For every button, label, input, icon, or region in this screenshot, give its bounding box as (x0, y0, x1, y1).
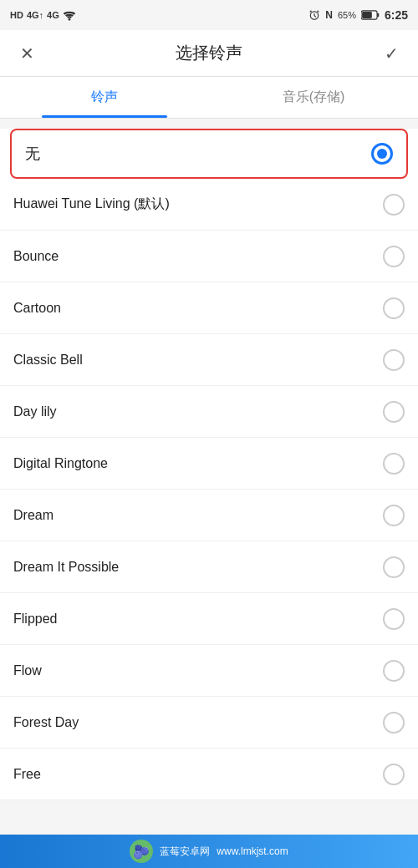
list-item[interactable]: Cartoon (0, 282, 418, 334)
watermark-footer: 🫐 蓝莓安卓网 www.lmkjst.com (0, 835, 418, 868)
selected-item[interactable]: 无 (10, 129, 408, 179)
radio-unselected-icon (383, 660, 405, 682)
ringtone-name: Digital Ringtone (13, 456, 108, 471)
status-4g-2: 4G (47, 10, 59, 20)
time: 6:25 (385, 8, 408, 22)
wifi-icon (63, 9, 76, 21)
radio-unselected-icon (383, 712, 405, 733)
radio-unselected-icon (383, 246, 405, 267)
list-item[interactable]: Huawei Tune Living (默认) (0, 179, 418, 231)
confirm-button[interactable]: ✓ (378, 40, 405, 67)
top-bar: ✕ 选择铃声 ✓ (0, 30, 418, 77)
svg-point-0 (68, 18, 70, 21)
radio-selected-icon (371, 143, 393, 165)
list-item[interactable]: Classic Bell (0, 334, 418, 386)
status-bar-left: HD 4G↑ 4G (10, 9, 76, 21)
svg-rect-4 (362, 12, 372, 18)
status-bar-right: N 65% 6:25 (308, 8, 408, 22)
ringtone-name: Forest Day (13, 715, 79, 730)
ringtone-name: Huawei Tune Living (默认) (13, 195, 170, 213)
radio-unselected-icon (383, 194, 405, 216)
nfc-icon: N (325, 9, 333, 21)
list-item[interactable]: Free (0, 749, 418, 800)
list-item[interactable]: Dream It Possible (0, 541, 418, 593)
radio-unselected-icon (383, 505, 405, 526)
radio-unselected-icon (383, 608, 405, 630)
watermark-text1: 蓝莓安卓网 (160, 845, 210, 859)
list-item[interactable]: Day lily (0, 386, 418, 438)
status-bar: HD 4G↑ 4G N 65% 6:25 (0, 0, 418, 30)
radio-unselected-icon (383, 297, 405, 319)
radio-unselected-icon (383, 453, 405, 475)
list-item[interactable]: Flipped (0, 593, 418, 645)
list-item[interactable]: Forest Day (0, 697, 418, 749)
ringtone-list: 无 Huawei Tune Living (默认) Bounce Cartoon… (0, 129, 418, 800)
tab-ringtone[interactable]: 铃声 (0, 77, 209, 118)
svg-rect-3 (377, 13, 379, 17)
status-4g-1: 4G↑ (27, 10, 43, 20)
battery-icon (361, 10, 380, 20)
ringtone-name: Cartoon (13, 301, 61, 316)
selected-item-label: 无 (25, 144, 40, 164)
list-item[interactable]: Flow (0, 645, 418, 697)
ringtone-name: Classic Bell (13, 353, 83, 368)
ringtone-name: Flow (13, 663, 42, 678)
watermark-emoji: 🫐 (133, 844, 150, 860)
list-item[interactable]: Bounce (0, 231, 418, 282)
list-item[interactable]: Digital Ringtone (0, 438, 418, 490)
battery-percent: 65% (338, 10, 356, 20)
watermark-logo: 🫐 (130, 840, 153, 863)
tabs-container: 铃声 音乐(存储) (0, 77, 418, 119)
radio-unselected-icon (383, 764, 405, 785)
ringtone-name: Day lily (13, 404, 57, 419)
ringtone-name: Free (13, 767, 41, 782)
radio-selected-inner (377, 149, 387, 159)
ringtone-name: Dream It Possible (13, 560, 119, 575)
list-item[interactable]: Dream (0, 490, 418, 541)
radio-unselected-icon (383, 401, 405, 423)
ringtone-name: Flipped (13, 612, 57, 627)
page-title: 选择铃声 (176, 42, 242, 64)
ringtone-name: Bounce (13, 249, 59, 264)
tab-music[interactable]: 音乐(存储) (209, 77, 418, 118)
ringtone-name: Dream (13, 508, 54, 523)
radio-unselected-icon (383, 556, 405, 578)
alarm-icon (308, 9, 320, 21)
radio-unselected-icon (383, 349, 405, 371)
status-hd: HD (10, 10, 23, 20)
watermark-text2: www.lmkjst.com (217, 845, 288, 857)
close-button[interactable]: ✕ (13, 40, 40, 67)
